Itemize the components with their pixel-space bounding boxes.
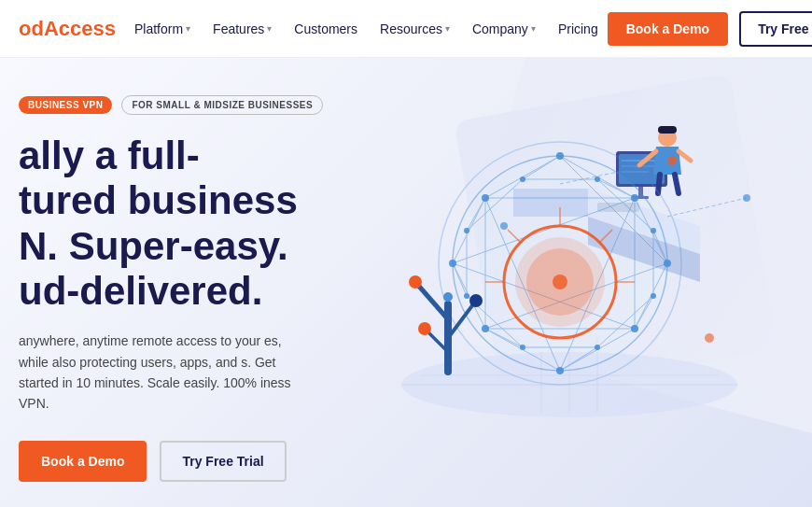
svg-point-63	[651, 293, 656, 299]
svg-line-90	[667, 198, 747, 217]
svg-point-71	[553, 275, 567, 289]
svg-point-53	[631, 194, 638, 202]
svg-point-65	[520, 345, 525, 350]
nav-actions: Book a Demo Try Free Trial	[608, 11, 812, 47]
hero-title-line2: tured business	[19, 178, 298, 222]
svg-point-56	[556, 367, 564, 374]
navbar: odAccess Platform ▾ Features ▾ Customers…	[0, 0, 812, 58]
logo-text: Access	[44, 17, 116, 40]
chevron-down-icon: ▾	[531, 23, 536, 34]
svg-point-67	[464, 228, 469, 233]
nav-label-resources: Resources	[380, 21, 442, 36]
badge-row: BUSINESS VPN FOR SMALL & MIDSIZE BUSINES…	[19, 95, 323, 115]
hero-cta-primary[interactable]: Book a Demo	[19, 441, 147, 482]
svg-point-60	[520, 176, 525, 182]
hero-content: BUSINESS VPN FOR SMALL & MIDSIZE BUSINES…	[0, 58, 323, 482]
nav-item-company[interactable]: Company ▾	[463, 16, 545, 42]
svg-point-82	[469, 294, 483, 307]
chevron-down-icon: ▾	[445, 23, 450, 34]
svg-point-66	[464, 293, 469, 299]
nav-label-pricing: Pricing	[558, 21, 598, 36]
hero-title-line3: N. Super-easy.	[19, 224, 288, 268]
svg-point-88	[705, 333, 714, 343]
svg-point-81	[409, 275, 422, 289]
chevron-down-icon: ▾	[267, 23, 272, 34]
chevron-down-icon: ▾	[186, 23, 190, 34]
svg-point-52	[556, 152, 564, 160]
illustration-svg	[355, 77, 812, 487]
badge-smb: FOR SMALL & MIDSIZE BUSINESSES	[121, 95, 323, 115]
nav-label-platform: Platform	[134, 21, 183, 36]
hero-buttons: Book a Demo Try Free Trial	[19, 441, 323, 482]
logo-accent: od	[19, 17, 44, 40]
nav-label-company: Company	[472, 21, 528, 36]
logo[interactable]: odAccess	[19, 17, 116, 41]
svg-point-54	[664, 260, 671, 267]
hero-subtitle: anywhere, anytime remote access to your …	[19, 331, 308, 415]
hero-title: ally a full- tured business N. Super-eas…	[19, 134, 323, 314]
svg-point-55	[631, 325, 638, 332]
svg-rect-15	[658, 126, 677, 134]
nav-label-customers: Customers	[294, 21, 357, 36]
nav-item-customers[interactable]: Customers	[285, 16, 367, 42]
svg-point-62	[651, 228, 656, 233]
hero-section: BUSINESS VPN FOR SMALL & MIDSIZE BUSINES…	[0, 58, 812, 507]
svg-point-64	[595, 345, 600, 350]
try-free-trial-button[interactable]: Try Free Trial	[739, 11, 812, 47]
svg-point-59	[482, 194, 489, 202]
badge-vpn: BUSINESS VPN	[19, 96, 112, 114]
svg-point-57	[482, 325, 489, 332]
svg-point-58	[449, 260, 456, 267]
nav-item-platform[interactable]: Platform ▾	[125, 16, 200, 42]
hero-illustration	[327, 58, 812, 507]
nav-label-features: Features	[213, 21, 264, 36]
svg-point-84	[443, 292, 453, 302]
hero-title-line1: ally a full-	[19, 134, 200, 177]
svg-point-87	[500, 222, 508, 230]
nav-links: Platform ▾ Features ▾ Customers Resource…	[125, 16, 608, 42]
hero-title-line4: ud-delivered.	[19, 269, 262, 313]
book-demo-button[interactable]: Book a Demo	[608, 12, 728, 46]
svg-line-78	[415, 282, 448, 319]
nav-item-features[interactable]: Features ▾	[203, 16, 281, 42]
nav-item-pricing[interactable]: Pricing	[549, 16, 608, 42]
hero-cta-secondary[interactable]: Try Free Trial	[160, 441, 286, 482]
nav-item-resources[interactable]: Resources ▾	[371, 16, 459, 42]
svg-point-83	[418, 322, 431, 335]
svg-point-61	[595, 176, 600, 182]
